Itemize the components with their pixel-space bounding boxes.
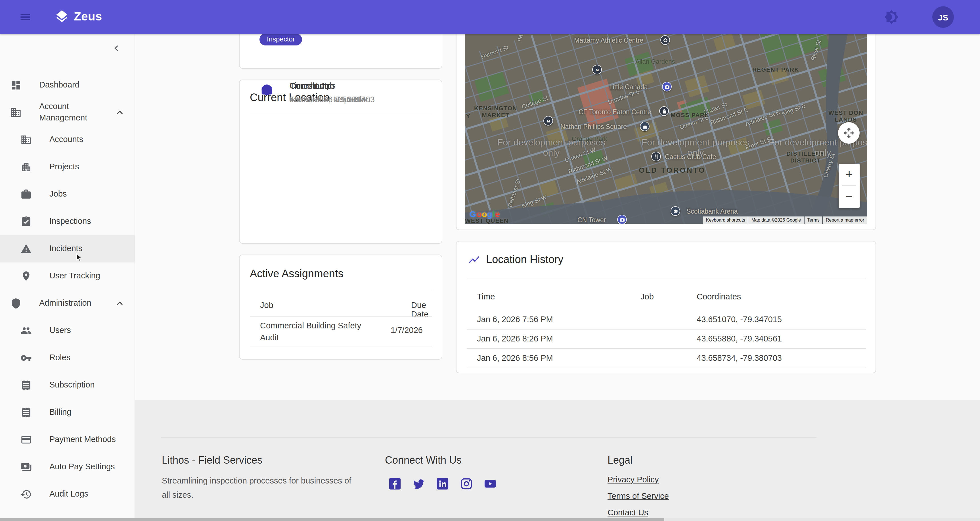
map-attribution-link[interactable]: Keyboard shortcuts <box>703 217 748 224</box>
location-detail-icon <box>261 83 273 96</box>
sidebar-item-icon <box>21 243 32 255</box>
social-icon[interactable] <box>436 477 449 490</box>
sidebar-collapse-button[interactable] <box>111 43 122 54</box>
move-icon <box>843 127 855 139</box>
map-poi-marker[interactable] <box>640 121 649 131</box>
map-poi-marker[interactable] <box>651 152 661 161</box>
chevron-up-icon <box>114 379 126 391</box>
layers-icon <box>54 9 69 24</box>
poi-icon <box>661 108 667 114</box>
social-icon[interactable] <box>460 477 473 490</box>
zoom-in-button[interactable]: + <box>838 164 860 185</box>
google-logo-letter: e <box>495 209 500 219</box>
sidebar-item-label: Projects <box>49 161 79 172</box>
map-poi-marker[interactable] <box>660 35 670 45</box>
sidebar-item[interactable]: Users <box>0 317 135 344</box>
sidebar-item[interactable]: Subscription <box>0 371 135 399</box>
map-poi-marker[interactable] <box>671 206 680 216</box>
menu-icon[interactable] <box>19 11 32 23</box>
social-icon[interactable] <box>484 477 497 490</box>
map-attribution-link[interactable]: Terms <box>804 217 822 224</box>
legal-link[interactable]: Contact Us <box>608 508 669 517</box>
chevron-up-icon <box>114 489 126 500</box>
footer-connect-title: Connect With Us <box>385 454 461 467</box>
chevron-up-icon <box>114 271 126 282</box>
chevron-up-icon <box>114 161 126 173</box>
social-icon[interactable] <box>388 477 401 490</box>
map-poi-marker[interactable] <box>659 106 669 116</box>
footer-legal-title: Legal <box>608 454 633 467</box>
divider <box>250 290 432 290</box>
active-assignments-title: Active Assignments <box>250 268 344 280</box>
avatar[interactable]: JS <box>932 6 954 28</box>
current-location-card: Current Location Coordinates 43.658734, … <box>239 80 442 244</box>
map-poi-marker[interactable]: M <box>592 65 602 75</box>
chevron-up-icon <box>114 107 126 118</box>
location-history-card: Location History Time Job Coordinates Ja… <box>456 241 876 373</box>
divider <box>250 114 432 114</box>
legal-links: Privacy PolicyTerms of ServiceContact Us <box>608 475 669 521</box>
scrollbar-thumb[interactable] <box>0 518 664 521</box>
sidebar-item-label: Accounts <box>49 134 83 145</box>
sidebar-item[interactable]: Projects <box>0 153 135 181</box>
sidebar-item[interactable]: Payment Methods <box>0 426 135 453</box>
sidebar-item[interactable]: Audit Logs <box>0 481 135 508</box>
legal-link[interactable]: Privacy Policy <box>608 475 669 484</box>
horizontal-scrollbar[interactable] <box>0 518 980 521</box>
sidebar-item[interactable]: Administration <box>0 290 135 317</box>
sidebar-item[interactable]: Accounts <box>0 126 135 153</box>
sidebar-item[interactable]: Billing <box>0 399 135 426</box>
sidebar-item[interactable]: User Tracking <box>0 263 135 290</box>
theme-toggle-icon[interactable] <box>884 10 899 24</box>
sidebar-item-icon <box>21 325 32 336</box>
sidebar-item[interactable]: Roles <box>0 344 135 371</box>
sidebar-item[interactable]: Dashboard <box>0 72 135 99</box>
sidebar-item-label: Auto Pay Settings <box>49 461 115 472</box>
map-pan-button[interactable] <box>838 122 860 144</box>
google-map[interactable]: Harbord Stna Ave.College StDundas St ESh… <box>465 34 867 224</box>
sidebar-item-label: Dashboard <box>39 80 80 91</box>
col-header-job: Job <box>641 292 654 301</box>
chevron-up-icon <box>114 352 126 363</box>
footer-company-name: Lithos - Field Services <box>162 454 262 467</box>
sidebar-item[interactable]: Auto Pay Settings <box>0 453 135 481</box>
poi-icon: M <box>594 67 600 72</box>
sidebar: Dashboard Account Management Accounts Pr… <box>0 34 135 521</box>
assignment-due-date: 1/7/2026 <box>391 325 423 335</box>
sidebar-nav: Dashboard Account Management Accounts Pr… <box>0 72 135 508</box>
assignment-job: Commercial Building Safety Audit <box>260 320 374 344</box>
history-coordinates: 43.655880, -79.340561 <box>697 330 782 348</box>
google-logo-letter: g <box>487 209 493 219</box>
sidebar-item[interactable]: Incidents <box>0 235 135 263</box>
active-assignments-card: Active Assignments Job Due Date Commerci… <box>239 255 442 360</box>
detail-value: Foundation Inspection <box>290 94 371 105</box>
sidebar-item-label: Account Management <box>39 101 106 124</box>
location-history-title: Location History <box>486 253 563 266</box>
social-links <box>388 477 497 490</box>
sidebar-item[interactable]: Account Management <box>0 99 135 126</box>
map-attribution-link[interactable]: Map data ©2026 Google <box>749 217 804 224</box>
poi-icon: M <box>546 118 551 124</box>
location-history-rows: Jan 6, 2026 7:56 PM 43.651070, -79.34701… <box>467 310 866 368</box>
social-icon[interactable] <box>412 477 425 490</box>
google-logo-letter: G <box>469 209 476 219</box>
sidebar-item[interactable]: Inspections <box>0 208 135 235</box>
zoom-out-button[interactable]: − <box>838 186 860 207</box>
location-history-row: Jan 6, 2026 8:26 PM 43.655880, -79.34056… <box>467 330 866 349</box>
map-attribution-link[interactable]: Report a map error <box>823 217 867 224</box>
sidebar-item-icon <box>21 161 32 173</box>
sidebar-item-label: Billing <box>49 407 71 418</box>
sidebar-item-icon <box>21 216 32 227</box>
sidebar-item-icon <box>10 80 22 91</box>
chevron-up-icon <box>114 461 126 473</box>
sidebar-item-icon <box>21 489 32 500</box>
legal-link[interactable]: Terms of Service <box>608 491 669 500</box>
history-coordinates: 43.658734, -79.380703 <box>697 349 782 368</box>
sidebar-item[interactable]: Jobs <box>0 181 135 208</box>
map-poi-marker[interactable] <box>662 82 672 91</box>
history-time: Jan 6, 2026 7:56 PM <box>477 310 553 329</box>
sidebar-item-label: User Tracking <box>49 271 100 282</box>
map-poi-marker[interactable]: M <box>543 116 553 126</box>
sidebar-item-icon <box>21 434 32 445</box>
map-poi-marker[interactable] <box>617 215 627 224</box>
